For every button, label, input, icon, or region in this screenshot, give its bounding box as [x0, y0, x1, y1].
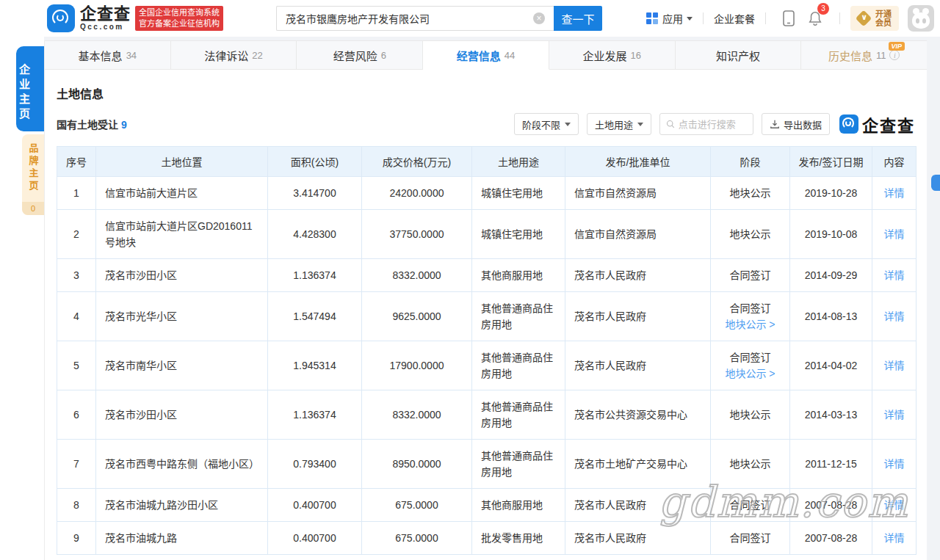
tab-label: 历史信息 — [828, 48, 872, 63]
filter-bar: 阶段不限 土地用途 导出数据 企查查 — [506, 112, 915, 136]
land-info-section: 土地信息 国有土地受让9 阶段不限 土地用途 — [45, 84, 927, 555]
detail-link[interactable]: 详情 — [884, 310, 905, 322]
clear-icon[interactable]: × — [533, 12, 545, 24]
cell-price: 24200.0000 — [362, 177, 472, 210]
cell-detail: 详情 — [872, 341, 916, 390]
search-input[interactable] — [276, 6, 554, 31]
mobile-app-icon[interactable] — [782, 10, 795, 27]
user-avatar[interactable] — [908, 5, 934, 32]
state-land-transfer-subtitle: 国有土地受让9 — [57, 117, 127, 131]
chevron-down-icon — [637, 123, 643, 126]
cell-date: 2007-08-28 — [790, 489, 872, 522]
cell-price: 8332.0000 — [362, 259, 472, 292]
tab-count: 6 — [381, 50, 386, 61]
cell-authority: 信宜市自然资源局 — [565, 210, 711, 259]
cell-date: 2014-03-13 — [790, 390, 872, 440]
cell-index: 5 — [57, 341, 96, 390]
tab-label: 基本信息 — [79, 48, 123, 63]
detail-link[interactable]: 详情 — [884, 187, 905, 199]
table-row: 7 茂名市西粤中路东侧（福地小区） 0.793400 8950.0000 其他普… — [57, 440, 916, 489]
cell-price: 9625.0000 — [362, 292, 472, 341]
search-button[interactable]: 查一下 — [554, 6, 602, 31]
cell-price: 8950.0000 — [362, 440, 472, 489]
cell-date: 2014-04-02 — [790, 341, 872, 390]
enterprise-package-link[interactable]: 企业套餐 — [714, 11, 755, 26]
cell-authority: 茂名市公共资源交易中心 — [565, 390, 711, 440]
detail-link[interactable]: 详情 — [884, 360, 905, 371]
side-float-button[interactable] — [931, 175, 940, 191]
land-use-filter-dropdown[interactable]: 土地用途 — [587, 113, 651, 135]
cell-location: 茂名市西粤中路东侧（福地小区） — [96, 440, 268, 489]
cell-area: 4.428300 — [268, 210, 362, 259]
column-header: 内容 — [872, 147, 916, 177]
detail-link[interactable]: 详情 — [884, 409, 905, 421]
tab-7[interactable]: 历史信息11VIP i — [801, 41, 927, 70]
open-vip-button[interactable]: ∨ 开通 会员 — [850, 6, 899, 31]
brand-name: 企查查 — [80, 6, 131, 22]
tab-count: 22 — [252, 50, 262, 61]
apps-label: 应用 — [662, 11, 683, 26]
cell-authority: 信宜市自然资源局 — [565, 177, 711, 210]
detail-link[interactable]: 详情 — [884, 499, 905, 511]
top-nav: 应用 企业套餐 3 ∨ 开通 会员 — [646, 5, 940, 32]
search-icon — [666, 119, 675, 129]
stage-announcement-link[interactable]: 地块公示 > — [725, 368, 775, 379]
cell-price: 8332.0000 — [362, 390, 472, 440]
table-search-box[interactable] — [659, 113, 753, 135]
notification-bell-icon[interactable]: 3 — [807, 10, 823, 27]
export-data-button[interactable]: 导出数据 — [762, 113, 830, 135]
cell-stage: 合同签订 — [711, 489, 790, 522]
brand-domain: Qcc.com — [80, 23, 131, 31]
table-row: 4 茂名市光华小区 1.547494 9625.0000 其他普通商品住房用地 … — [57, 292, 916, 341]
table-row: 1 信宜市站前大道片区 3.414700 24200.0000 城镇住宅用地 信… — [57, 177, 916, 210]
cell-authority: 茂名市人民政府 — [565, 341, 711, 390]
qcc-logo[interactable]: 企查查 Qcc.com 全国企业信用查询系统 官方备案企业征信机构 — [47, 4, 223, 32]
vip-badge: VIP — [889, 42, 905, 51]
cell-index: 1 — [57, 177, 96, 210]
download-icon — [770, 119, 780, 129]
stage-announcement-link[interactable]: 地块公示 > — [725, 319, 775, 330]
tab-label: 企业发展 — [582, 48, 626, 63]
cell-detail: 详情 — [872, 440, 916, 489]
tab-6[interactable]: 知识产权 — [676, 41, 802, 70]
apps-menu[interactable]: 应用 — [646, 11, 693, 26]
cell-date: 2007-08-28 — [790, 522, 872, 555]
sidebar-tab-company-home[interactable]: 企业主页 — [16, 46, 44, 131]
cell-land-use: 其他商服用地 — [472, 489, 565, 522]
topbar: 企查查 Qcc.com 全国企业信用查询系统 官方备案企业征信机构 × 查一下 … — [0, 0, 940, 37]
tab-count: 16 — [631, 50, 641, 61]
column-header: 序号 — [57, 147, 96, 177]
detail-link[interactable]: 详情 — [884, 458, 905, 470]
tab-3[interactable]: 经营风险6 — [297, 41, 423, 70]
section-title: 土地信息 — [57, 84, 915, 102]
column-header: 土地位置 — [96, 147, 268, 177]
table-row: 2 信宜市站前大道片区GD2016011号地块 4.428300 37750.0… — [57, 210, 916, 259]
top-search: × 查一下 — [276, 6, 602, 31]
tab-2[interactable]: 法律诉讼22 — [171, 41, 297, 70]
stage-filter-dropdown[interactable]: 阶段不限 — [514, 113, 579, 135]
tab-5[interactable]: 企业发展16 — [549, 41, 676, 70]
subtitle-count: 9 — [121, 119, 127, 131]
cell-location: 茂名市油城九路沙田小区 — [96, 489, 268, 522]
detail-link[interactable]: 详情 — [884, 269, 905, 281]
cell-stage: 地块公示 — [711, 210, 790, 259]
sidebar-tab-brand-home[interactable]: 品牌主页 0 — [22, 134, 44, 215]
cell-stage: 地块公示 — [711, 177, 790, 210]
tab-4[interactable]: 经营信息44 — [423, 41, 549, 70]
tab-1[interactable]: 基本信息34 — [45, 41, 171, 70]
cell-stage: 合同签订 — [711, 259, 790, 292]
cell-land-use: 城镇住宅用地 — [472, 210, 565, 259]
cell-price: 37750.0000 — [362, 210, 472, 259]
tab-label: 经营信息 — [457, 48, 501, 63]
tab-label: 法律诉讼 — [204, 48, 248, 63]
cell-date: 2019-10-28 — [790, 177, 872, 210]
cell-detail: 详情 — [872, 390, 916, 440]
cell-index: 8 — [57, 489, 96, 522]
cell-price: 675.0000 — [362, 522, 472, 555]
detail-link[interactable]: 详情 — [884, 532, 905, 544]
tabbar: 基本信息34法律诉讼22经营风险6经营信息44企业发展16知识产权历史信息11V… — [45, 40, 927, 70]
column-header: 发布/批准单位 — [565, 147, 711, 177]
cell-area: 1.945314 — [268, 341, 362, 390]
table-search-input[interactable] — [679, 119, 747, 130]
detail-link[interactable]: 详情 — [884, 228, 905, 240]
